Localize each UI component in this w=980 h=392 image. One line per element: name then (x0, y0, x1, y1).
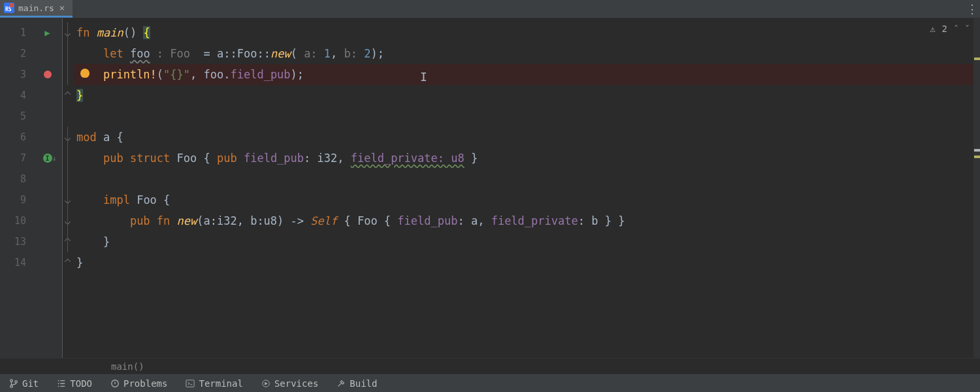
inspections-widget[interactable]: ⚠ 2 ˄ ˅ (930, 24, 970, 34)
code-line[interactable]: let foo : Foo = a::Foo::new( a: 1, b: 2)… (74, 43, 980, 64)
code-line[interactable]: mod a { (74, 127, 980, 148)
editor: 1 2 3 4 5 6 7 8 9 10 13 14 ▶ I (0, 18, 980, 358)
code-line[interactable] (74, 106, 980, 127)
problems-icon (110, 379, 120, 388)
fold-gutter (62, 18, 74, 358)
problems-toolwindow-button[interactable]: Problems (110, 378, 167, 389)
next-highlight-icon[interactable]: ˅ (965, 24, 970, 34)
hammer-icon (336, 379, 346, 388)
warning-count: 2 (942, 24, 947, 34)
line-number[interactable]: 14 (0, 252, 33, 273)
line-number[interactable]: 8 (0, 169, 33, 189)
tool-window-bar: Git TODO Problems Terminal Services Buil… (0, 374, 980, 392)
code-line[interactable]: } (74, 231, 980, 252)
line-number[interactable]: 4 (0, 85, 33, 106)
text-cursor-icon: I (420, 67, 427, 88)
code-line[interactable]: } (74, 252, 980, 273)
error-stripe[interactable] (973, 18, 980, 358)
line-number[interactable]: 1 (0, 22, 33, 43)
more-menu-icon[interactable]: ⋮ (964, 0, 980, 18)
code-line[interactable]: println!("{}", foo.field_pub); (74, 64, 980, 85)
line-number[interactable]: 10 (0, 210, 33, 231)
code-line[interactable]: }I (74, 85, 980, 106)
editor-tabs: RS main.rs × ⋮ (0, 0, 980, 18)
line-number[interactable]: 2 (0, 43, 33, 64)
marker-gutter: ▶ I (33, 18, 62, 358)
line-number[interactable]: 3 (0, 64, 33, 85)
code-line[interactable]: fn main() { (74, 22, 980, 43)
code-line[interactable]: impl Foo { (74, 189, 980, 210)
svg-rect-4 (186, 380, 194, 387)
run-icon[interactable]: ▶ (44, 27, 50, 38)
implementations-icon[interactable]: I (43, 154, 52, 163)
svg-point-1 (10, 385, 13, 387)
line-number[interactable]: 6 (0, 127, 33, 148)
build-toolwindow-button[interactable]: Build (336, 378, 377, 389)
terminal-icon (186, 379, 195, 388)
tab-main-rs[interactable]: RS main.rs × (0, 0, 73, 18)
tab-label: main.rs (18, 3, 54, 13)
services-icon (261, 379, 270, 388)
line-number[interactable]: 7 (0, 148, 33, 169)
line-number[interactable]: 13 (0, 231, 33, 252)
warning-icon: ⚠ (930, 24, 935, 34)
svg-point-2 (15, 380, 18, 383)
branch-icon (9, 379, 18, 388)
line-number[interactable]: 5 (0, 106, 33, 127)
services-toolwindow-button[interactable]: Services (261, 378, 318, 389)
breadcrumbs[interactable]: main() (0, 358, 980, 374)
code-line[interactable]: pub fn new(a:i32, b:u8) -> Self { Foo { … (74, 210, 980, 231)
git-toolwindow-button[interactable]: Git (9, 378, 39, 389)
code-line[interactable] (74, 169, 980, 189)
todo-toolwindow-button[interactable]: TODO (57, 378, 92, 389)
list-icon (57, 379, 66, 388)
close-icon[interactable]: × (58, 3, 66, 13)
svg-point-0 (10, 379, 13, 382)
code-area[interactable]: fn main() { let foo : Foo = a::Foo::new(… (74, 18, 980, 358)
intention-bulb-icon[interactable] (80, 69, 90, 78)
breadcrumb-item[interactable]: main() (111, 361, 144, 372)
line-numbers-gutter: 1 2 3 4 5 6 7 8 9 10 13 14 (0, 18, 33, 358)
terminal-toolwindow-button[interactable]: Terminal (186, 378, 242, 389)
prev-highlight-icon[interactable]: ˄ (954, 24, 958, 34)
code-line[interactable]: pub struct Foo { pub field_pub: i32, fie… (74, 148, 980, 169)
rust-file-icon: RS (4, 3, 14, 13)
breakpoint-icon[interactable] (44, 71, 52, 78)
line-number[interactable]: 9 (0, 189, 33, 210)
